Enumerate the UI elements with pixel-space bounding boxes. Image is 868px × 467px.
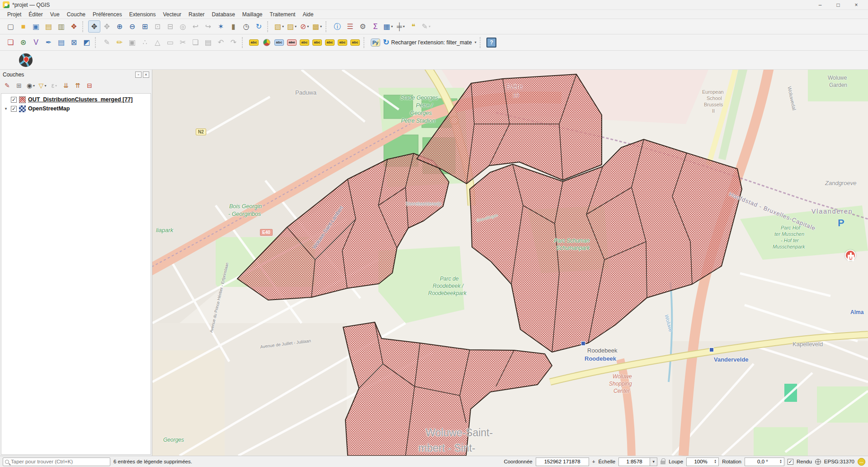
new-print-layout[interactable]: ▤ [42,20,55,33]
new-geopackage-layer[interactable]: ⊛ [17,36,29,48]
zoom-full-extent[interactable]: ⊞ [139,20,151,33]
zoom-out[interactable]: ⊖ [126,20,138,33]
layer-visibility-checkbox[interactable]: ✓ [11,106,17,112]
map-canvas[interactable]: PaduwaEvère19Stade GeorgesPètre /Georges… [152,70,868,456]
toolbar-separator [242,37,245,48]
show-layout-manager[interactable]: ▥ [55,20,67,33]
menu-preferences[interactable]: Préférences [89,10,126,19]
show-hide-labels[interactable]: abc [311,36,323,48]
pin-labels[interactable]: abc [273,36,285,48]
add-group[interactable]: ⊞ [14,80,24,91]
menu-vecteur[interactable]: Vecteur [159,10,185,19]
menu-editer[interactable]: Éditer [25,10,46,19]
scale-dropdown[interactable]: ▼ [650,457,657,466]
show-bookmarks[interactable]: ▮ [227,20,240,33]
refresh-map[interactable]: ↻ [253,20,265,33]
identify-features[interactable]: ⓘ [331,20,344,33]
undo: ↶ [215,36,227,48]
plugin-help[interactable]: ? [486,36,498,48]
messages-icon[interactable]: … [858,458,865,466]
rotation-input[interactable] [747,459,778,464]
pan-map[interactable]: ✥ [88,20,100,33]
close-panel-button[interactable]: × [143,71,149,78]
highlight-unplaced-labels[interactable]: abc [286,36,298,48]
crs-status[interactable]: EPSG:31370 [824,459,854,464]
layer-visibility-checkbox[interactable]: ✓ [11,97,17,103]
minimize-button[interactable]: – [811,0,829,10]
temporal-controller[interactable]: ◷ [240,20,252,33]
layer-out-distributionclusters[interactable]: ✓OUT_DistributionClusters_merged [77] [1,95,151,104]
menu-maillage[interactable]: Maillage [239,10,266,19]
pin-unpin-labels[interactable]: abc [298,36,311,48]
map-tips[interactable]: ❝ [407,20,420,33]
expander-icon[interactable]: ▾ [3,106,9,111]
measure-line[interactable]: ╪▾ [395,20,407,33]
select-features-by-value[interactable]: ▨▾ [286,20,298,33]
new-shapefile-layer[interactable]: V [30,36,42,48]
zoom-last: ↩ [189,20,202,33]
search-input[interactable] [11,459,108,464]
plugin-reload-filter-mate[interactable]: ↻Recharger l'extension: filter_mate▾ [382,36,477,48]
style-manager[interactable]: ❖ [68,20,80,33]
manage-map-themes[interactable]: ◉▾ [25,80,36,91]
locator-search[interactable] [3,457,110,466]
move-label[interactable]: abc [324,36,336,48]
rotate-label[interactable]: abc [336,36,349,48]
extent-toggle-icon[interactable]: + [592,459,595,464]
select-features[interactable]: ▧▾ [273,20,285,33]
menu-vue[interactable]: Vue [47,10,63,19]
layer-labeling[interactable]: abc [248,36,260,48]
coordinate-input[interactable] [538,459,587,464]
menu-couche[interactable]: Couche [63,10,89,19]
select-by-location[interactable]: ▩▾ [311,20,323,33]
menu-extensions[interactable]: Extensions [126,10,160,19]
maximize-button[interactable]: □ [829,0,847,10]
expand-all[interactable]: ⇊ [61,80,71,91]
new-mesh-layer[interactable]: ◩ [80,36,93,48]
map-label: Brussels [704,102,723,108]
filter-legend[interactable]: ▽▾ [37,80,48,91]
vertex-tool: △ [151,36,164,48]
remove-layer[interactable]: ⊟ [84,80,95,91]
new-virtual-layer[interactable]: ▤ [55,36,67,48]
save-project[interactable]: ▣ [30,20,42,33]
scale-lock-icon[interactable] [660,461,665,464]
menu-traitement[interactable]: Traitement [266,10,299,19]
change-label-properties[interactable]: abc [349,36,361,48]
magnifier-label: Loupe [669,459,683,464]
layer-diagram[interactable] [260,36,273,48]
float-panel-button[interactable]: ▫ [135,71,142,78]
layer-label[interactable]: OUT_DistributionClusters_merged [77] [28,96,132,103]
magnifier-spinner[interactable]: ▲▼ [714,459,717,464]
open-layer-styling[interactable]: ✎ [2,80,13,91]
layer-openstreetmap[interactable]: ▾✓OpenStreetMap [1,104,151,113]
toggle-editing[interactable]: ✏ [113,36,126,48]
layer-label[interactable]: OpenStreetMap [28,105,70,112]
statistical-summary[interactable]: ☰ [344,20,356,33]
rotation-spinner[interactable]: ▲▼ [779,459,782,464]
zoom-in[interactable]: ⊕ [113,20,126,33]
new-project[interactable]: ▢ [5,20,17,33]
data-source-manager[interactable]: ❏ [5,36,17,48]
render-label: Rendu [797,459,812,464]
python-console[interactable]: Py [369,36,382,48]
modify-attributes: ▭ [164,36,176,48]
collapse-all[interactable]: ⇈ [72,80,83,91]
close-button[interactable]: × [847,0,865,10]
open-attribute-table[interactable]: ▦▾ [382,20,394,33]
filtermate-plugin-icon[interactable] [18,54,33,66]
processing-toolbox[interactable]: ⚙ [357,20,369,33]
magnifier-input[interactable] [689,459,713,464]
menu-raster[interactable]: Raster [185,10,208,19]
new-spatial-bookmark[interactable]: ✶ [215,20,227,33]
deselect-features[interactable]: ⊘▾ [298,20,311,33]
menu-database[interactable]: Database [208,10,238,19]
render-checkbox[interactable]: ✓ [788,459,793,465]
open-project[interactable]: ■ [17,20,29,33]
scale-input[interactable] [621,459,648,464]
menu-aide[interactable]: Aide [299,10,317,19]
new-temporary-scratch-layer[interactable]: ✒ [42,36,55,48]
show-statistics[interactable]: Σ [369,20,382,33]
menu-projet[interactable]: Projet [4,10,25,19]
new-spatialite-layer[interactable]: ⊠ [68,36,80,48]
